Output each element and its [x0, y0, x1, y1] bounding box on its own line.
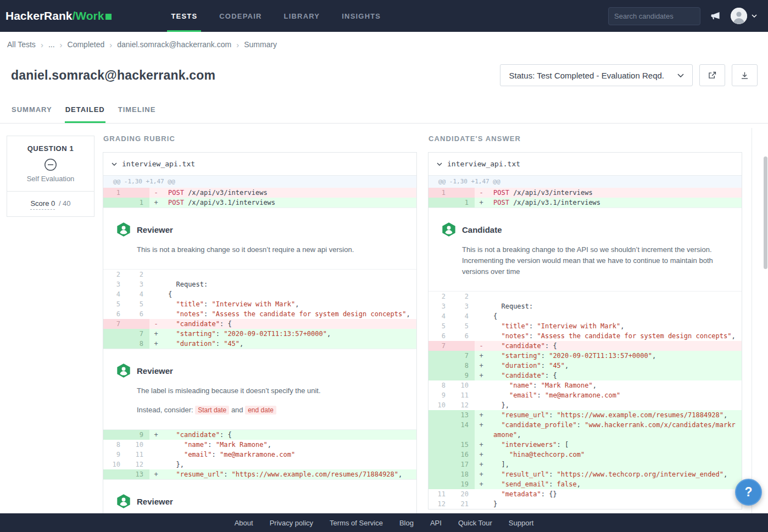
footer-link-api[interactable]: API — [430, 519, 442, 527]
code-text: "resume_url": "https://www.example.com/r… — [488, 410, 742, 420]
nav-item-codepair[interactable]: CODEPAIR — [208, 0, 272, 32]
export-button[interactable] — [699, 64, 725, 86]
download-button[interactable] — [732, 64, 758, 86]
file-header[interactable]: interview_api.txt — [103, 153, 416, 176]
footer-link-support[interactable]: Support — [509, 519, 534, 527]
footer-link-blog[interactable]: Blog — [399, 519, 414, 527]
help-button[interactable]: ? — [735, 479, 762, 506]
code-text: Request: — [488, 301, 742, 311]
breadcrumb-separator-icon: › — [236, 40, 239, 49]
diff-line: 33 Request: — [428, 301, 742, 311]
brand-square-icon — [105, 14, 112, 20]
scrollbar-thumb[interactable] — [764, 156, 767, 269]
question-card[interactable]: QUESTION 1 Self Evaluation Score 0 / 40 — [7, 136, 94, 217]
brand-logo[interactable]: HackerRank/Work — [5, 9, 112, 23]
footer-link-privacy-policy[interactable]: Privacy policy — [270, 519, 313, 527]
diff-line: 16+ "hina@techcorp.com" — [428, 450, 742, 460]
code-text: "interviewers": [ — [488, 440, 742, 450]
code-text: "email": "me@markramone.com" — [163, 450, 416, 460]
navbar-right — [608, 7, 757, 25]
brand-name: HackerRank — [5, 9, 72, 22]
comment-body: The label is misleading because it doesn… — [137, 385, 403, 416]
code-text: "notes": "Assess the candidate for syste… — [163, 309, 416, 319]
diff-sign — [475, 292, 488, 301]
old-line-number — [428, 361, 452, 371]
diff-line: 1+POST /x/api/v3.1/interviews — [428, 198, 742, 208]
code-text: { — [163, 289, 416, 299]
new-line-number: 14 — [452, 420, 475, 440]
code-text: POST /x/api/v3/interviews — [163, 188, 416, 198]
new-line-number: 18 — [452, 469, 475, 479]
breadcrumb-separator-icon: › — [41, 40, 43, 49]
score-total: / 40 — [59, 199, 71, 208]
title-bar: daniel.somrack@hackerrank.com Status: Te… — [0, 57, 768, 93]
breadcrumb: All Tests›...›Completed›daniel.somrack@h… — [0, 32, 768, 57]
section-title-grading-rubric: GRADING RUBRIC — [103, 135, 417, 143]
diff-sign — [475, 331, 488, 341]
commenter-hexagon-icon — [116, 363, 131, 378]
code-text: Request: — [163, 279, 416, 289]
diff-line: 19+ "send_email": false, — [428, 479, 742, 489]
brand-product: /Work — [72, 9, 104, 22]
inline-comment: ReviewerThe label is misleading because … — [103, 349, 416, 430]
file-header[interactable]: interview_api.txt — [428, 153, 742, 176]
chevron-down-icon — [677, 74, 684, 77]
diff-sign: + — [149, 198, 163, 208]
old-line-number: 9 — [428, 390, 452, 400]
diff-sign: + — [475, 450, 488, 460]
new-line-number: 5 — [126, 299, 149, 309]
avatar[interactable] — [731, 8, 747, 24]
search-candidates-input[interactable] — [614, 12, 694, 20]
breadcrumb-item[interactable]: daniel.somrack@hackerrank.com — [117, 40, 231, 49]
new-line-number: 4 — [452, 311, 475, 321]
code-text: "name": "Mark Ramone", — [488, 380, 742, 390]
diff-sign: + — [475, 361, 488, 371]
new-line-number: 16 — [452, 450, 475, 460]
nav-item-tests[interactable]: TESTS — [160, 0, 208, 32]
announcements-icon[interactable] — [710, 10, 721, 21]
code-text: "hina@techcorp.com" — [488, 450, 742, 460]
diff-sign: + — [475, 440, 488, 450]
diff-sign — [475, 400, 488, 410]
nav-item-insights[interactable]: INSIGHTS — [331, 0, 392, 32]
code-text: "duration": "45", — [488, 361, 742, 371]
nav-item-library[interactable]: LIBRARY — [273, 0, 331, 32]
diff-line: 66 "notes": "Assess the candidate for sy… — [103, 309, 416, 319]
new-line-number: 12 — [452, 400, 475, 410]
breadcrumb-separator-icon: › — [109, 40, 112, 49]
new-line-number: 3 — [452, 301, 475, 311]
new-line-number: 13 — [452, 410, 475, 420]
tabs: SUMMARYDETAILEDTIMELINE — [0, 93, 768, 124]
status-dropdown[interactable]: Status: Test Completed - Evaluation Reqd… — [500, 64, 693, 86]
diff-card: interview_api.txt @@ -1,30 +1,47 @@1-POS… — [103, 152, 417, 513]
diff-line: 55 "title": "Interview with Mark", — [103, 299, 416, 309]
new-line-number: 9 — [126, 430, 149, 440]
footer-link-quick-tour[interactable]: Quick Tour — [458, 519, 492, 527]
code-text — [163, 270, 416, 279]
footer: AboutPrivacy policyTerms of ServiceBlogA… — [0, 513, 768, 532]
footer-link-terms-of-service[interactable]: Terms of Service — [330, 519, 383, 527]
diff-sign — [149, 460, 163, 469]
old-line-number — [428, 469, 452, 479]
footer-link-about[interactable]: About — [235, 519, 253, 527]
tab-timeline[interactable]: TIMELINE — [118, 105, 157, 123]
old-line-number: 8 — [103, 440, 126, 450]
hackerrank-work-app: HackerRank/Work TESTSCODEPAIRLIBRARYINSI… — [0, 0, 768, 532]
diff-sign: + — [149, 339, 163, 349]
old-line-number — [103, 329, 126, 339]
diff-line: 8+ "duration": "45", — [103, 339, 416, 349]
question-type: Self Evaluation — [7, 175, 94, 192]
tab-detailed[interactable]: DETAILED — [65, 105, 105, 123]
diff-line: 7+ "starting": "2020-09-02T11:13:57+0000… — [103, 329, 416, 339]
diff-line: 1120 "metadata": {} — [428, 489, 742, 499]
breadcrumb-item[interactable]: Completed — [68, 40, 105, 49]
breadcrumb-item[interactable]: ... — [48, 40, 55, 49]
diff-sign — [149, 299, 163, 309]
diff-body: @@ -1,30 +1,47 @@1-POST /x/api/v3/interv… — [428, 176, 742, 509]
breadcrumb-item[interactable]: All Tests — [7, 40, 36, 49]
chevron-down-icon[interactable] — [752, 14, 757, 18]
section-title-candidate-answer: CANDIDATE'S ANSWER — [428, 135, 742, 143]
old-line-number: 3 — [428, 301, 452, 311]
old-line-number: 10 — [103, 460, 126, 469]
tab-summary[interactable]: SUMMARY — [11, 105, 53, 123]
